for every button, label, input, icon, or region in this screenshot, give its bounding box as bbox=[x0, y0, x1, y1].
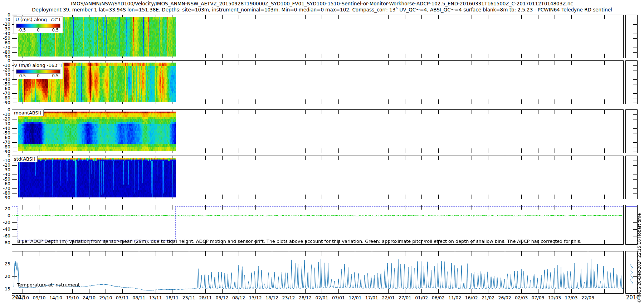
u-colorbar-legend: U (m/s) along -73°T -0.5 0 0.5 bbox=[14, 16, 63, 33]
y-tick-label: 20 bbox=[0, 274, 10, 279]
panel-depth-side-axis bbox=[625, 205, 638, 245]
colorbar-tick: 0 bbox=[37, 73, 39, 78]
x-tick-label: 08/12 bbox=[230, 295, 247, 300]
depth-annotation: Blue: ADCP Depth (m) variation from sens… bbox=[17, 239, 581, 244]
x-tick-label: 07/03 bbox=[530, 295, 546, 300]
u-legend-title: U (m/s) along -73°T bbox=[14, 17, 63, 22]
v-side-canvas bbox=[626, 61, 637, 104]
panel-std-absi: std(ABSI) bbox=[12, 156, 624, 199]
x-tick-label: 17/01 bbox=[364, 295, 380, 300]
panel-v-velocity: V (m/s) along -163°T -0.5 0 0.5 bbox=[12, 60, 624, 104]
x-tick-label: 24/10 bbox=[81, 295, 97, 300]
x-tick-label: 14/10 bbox=[48, 295, 64, 300]
y-tick-label: -90 bbox=[0, 100, 10, 105]
colorbar-tick: -0.5 bbox=[18, 28, 26, 33]
figure-title-line2: Deployment 39, member 1 lat=33.94S lon=1… bbox=[0, 7, 644, 13]
colorbar-tick: 0.5 bbox=[52, 73, 58, 78]
y-tick-label: 25 bbox=[0, 261, 10, 266]
x-tick-label: 22/01 bbox=[380, 295, 396, 300]
x-tick-label: 13/11 bbox=[147, 295, 164, 300]
colorbar-tick: 0 bbox=[37, 28, 39, 33]
y-tick-label: -90 bbox=[0, 195, 10, 200]
panel-temperature: Temperature at instrument bbox=[12, 251, 624, 294]
panel-temperature-side-axis bbox=[625, 251, 638, 294]
v-velocity-heatmap-canvas bbox=[12, 61, 623, 104]
panel-v-side-axis bbox=[625, 60, 638, 104]
x-tick-label: 18/11 bbox=[164, 295, 180, 300]
x-tick-label: 29/10 bbox=[97, 295, 114, 300]
y-tick-label: -80 bbox=[0, 240, 10, 245]
x-tick-label: 23/12 bbox=[280, 295, 297, 300]
y-tick-label: -40 bbox=[0, 227, 10, 232]
x-tick-label: 02/01 bbox=[313, 295, 330, 300]
mean-absi-side-canvas bbox=[626, 110, 637, 153]
panel-depth-variation: Blue: ADCP Depth (m) variation from sens… bbox=[12, 205, 624, 245]
y-tick-label: 20 bbox=[0, 206, 10, 211]
x-tick-label: 12/01 bbox=[347, 295, 363, 300]
figure: IMOS/ANMN/NSW/SYD100/Velocity/IMOS_ANMN-… bbox=[0, 0, 644, 304]
mean-absi-label: mean(ABSI) bbox=[12, 109, 44, 116]
x-tick-label: 07/01 bbox=[330, 295, 347, 300]
x-tick-label: 28/12 bbox=[297, 295, 313, 300]
std-absi-label: std(ABSI) bbox=[12, 156, 38, 162]
x-tick-label: 09/10 bbox=[31, 295, 47, 300]
panel-mean-absi-side-axis bbox=[625, 109, 638, 153]
x-tick-label: 08/11 bbox=[131, 295, 147, 300]
x-tick-label: 19/10 bbox=[64, 295, 80, 300]
x-axis-start-year: 2015 bbox=[12, 294, 25, 301]
x-tick-label: 16/02 bbox=[463, 295, 480, 300]
std-absi-heatmap-canvas bbox=[12, 156, 623, 199]
x-tick-label: 26/02 bbox=[497, 295, 513, 300]
temperature-side-canvas bbox=[626, 251, 637, 293]
x-tick-label: 02/03 bbox=[513, 295, 530, 300]
watermark: © IMOS 20-Dec-2024 22:15:16 Hobart time bbox=[637, 213, 642, 303]
panel-mean-absi: mean(ABSI) bbox=[12, 109, 624, 153]
x-tick-label: 28/11 bbox=[197, 295, 214, 300]
u-velocity-heatmap-canvas bbox=[12, 15, 623, 58]
x-tick-label: 22/03 bbox=[580, 295, 596, 300]
x-tick-label: 17/03 bbox=[563, 295, 580, 300]
temperature-label: Temperature at instrument bbox=[17, 282, 80, 288]
x-tick-label: 03/12 bbox=[214, 295, 230, 300]
x-tick-label: 12/03 bbox=[546, 295, 563, 300]
colorbar-tick: -0.5 bbox=[18, 73, 26, 78]
y-tick-label: -60 bbox=[0, 234, 10, 239]
panel-u-side-axis bbox=[625, 15, 638, 58]
x-tick-label: 06/02 bbox=[430, 295, 447, 300]
temperature-canvas bbox=[12, 251, 623, 293]
x-tick-label: 13/12 bbox=[247, 295, 264, 300]
u-side-canvas bbox=[626, 15, 637, 58]
depth-side-canvas bbox=[626, 205, 637, 244]
x-tick-label: 23/11 bbox=[181, 295, 197, 300]
x-tick-label: 18/12 bbox=[264, 295, 280, 300]
y-tick-label: 0 bbox=[0, 213, 10, 218]
panel-std-absi-side-axis bbox=[625, 156, 638, 199]
x-tick-label: 27/01 bbox=[397, 295, 413, 300]
x-tick-label: 11/02 bbox=[447, 295, 463, 300]
mean-absi-heatmap-canvas bbox=[12, 110, 623, 153]
x-tick-label: 03/11 bbox=[114, 295, 131, 300]
std-absi-side-canvas bbox=[626, 156, 637, 199]
panel-u-velocity: U (m/s) along -73°T -0.5 0 0.5 bbox=[12, 15, 624, 58]
x-tick-label: 01/02 bbox=[413, 295, 430, 300]
y-tick-label: -20 bbox=[0, 220, 10, 225]
x-tick-label: 21/02 bbox=[480, 295, 496, 300]
y-tick-label: 15 bbox=[0, 286, 10, 291]
figure-title-line1: IMOS/ANMN/NSW/SYD100/Velocity/IMOS_ANMN-… bbox=[0, 1, 644, 6]
v-legend-title: V (m/s) along -163°T bbox=[14, 63, 63, 68]
colorbar-tick: 0.5 bbox=[52, 28, 58, 33]
v-colorbar-legend: V (m/s) along -163°T -0.5 0 0.5 bbox=[14, 62, 63, 79]
